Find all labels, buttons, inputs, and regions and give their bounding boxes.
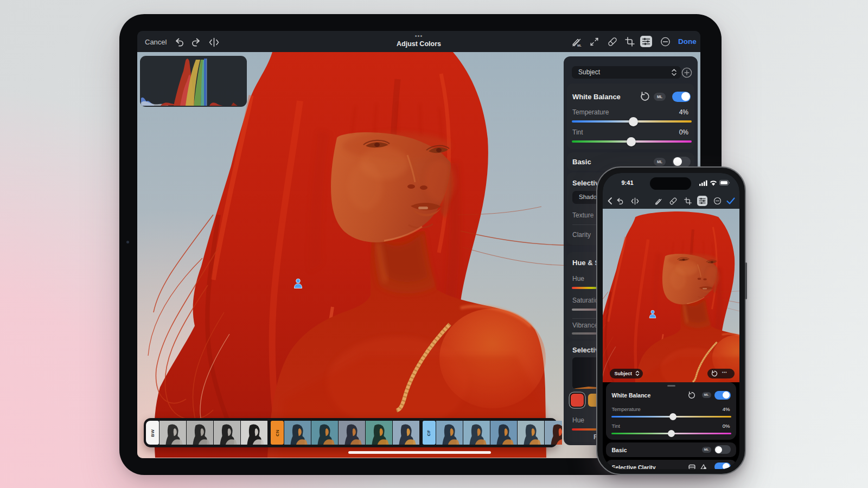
svg-text:ML: ML (577, 44, 582, 47)
